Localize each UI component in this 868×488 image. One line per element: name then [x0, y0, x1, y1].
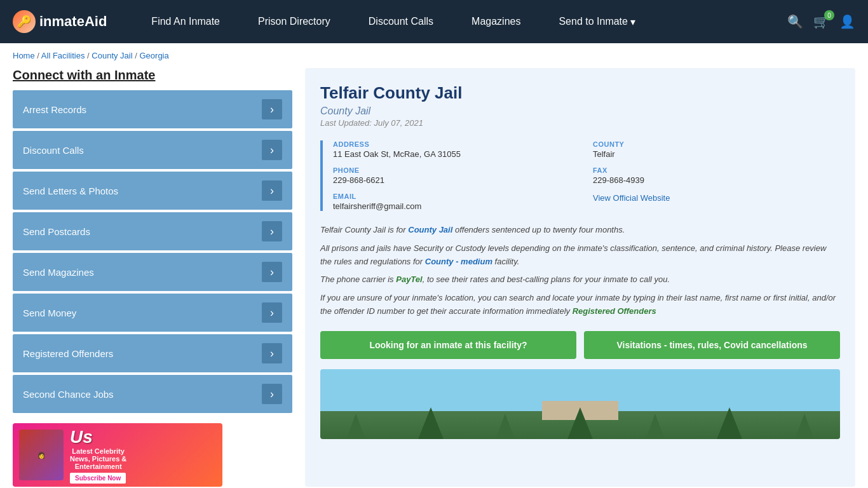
visitations-button[interactable]: Visitations - times, rules, Covid cancel… — [584, 331, 840, 359]
tree-icon — [567, 407, 593, 439]
cart-icon[interactable]: 🛒 0 — [813, 14, 829, 29]
breadcrumb-county-jail[interactable]: County Jail — [92, 51, 132, 60]
ad-subscribe-button[interactable]: Subscribe Now — [70, 473, 126, 484]
email-label: EMAIL — [333, 193, 580, 200]
desc-paragraph-4: If you are unsure of your inmate's locat… — [320, 292, 840, 318]
cart-badge: 0 — [824, 10, 834, 20]
nav-find-inmate[interactable]: Find An Inmate — [132, 0, 239, 43]
facility-title: Telfair County Jail — [320, 83, 840, 103]
sidebar-arrow-icon: › — [262, 343, 282, 363]
email-block: EMAIL telfairsheriff@gmail.com — [333, 193, 580, 211]
ad-image: 👩 — [19, 430, 64, 480]
address-block: ADDRESS 11 East Oak St, McRae, GA 31055 — [333, 140, 580, 159]
desc-paragraph-1: Telfair County Jail is for County Jail o… — [320, 224, 840, 237]
facility-type: County Jail — [320, 105, 840, 117]
site-header: 🔑 inmateAid Find An Inmate Prison Direct… — [0, 0, 868, 43]
ad-logo: Us — [70, 427, 126, 447]
nav-prison-directory[interactable]: Prison Directory — [239, 0, 349, 43]
sidebar-arrow-icon: › — [262, 180, 282, 201]
content-area: Connect with an Inmate Arrest Records › … — [0, 68, 868, 488]
tree-icon — [418, 407, 444, 439]
phone-value: 229-868-6621 — [333, 175, 580, 185]
sidebar-arrow-icon: › — [262, 302, 282, 323]
fax-label: FAX — [593, 166, 840, 174]
tree-icon — [496, 414, 515, 439]
logo[interactable]: 🔑 inmateAid — [13, 10, 107, 33]
logo-icon: 🔑 — [13, 10, 36, 33]
email-value: telfairsheriff@gmail.com — [333, 201, 580, 211]
sidebar-arrow-icon: › — [262, 99, 282, 119]
paytel-link[interactable]: PayTel — [396, 274, 422, 284]
website-block: View Official Website — [593, 193, 840, 211]
ad-content: Us Latest CelebrityNews, Pictures &Enter… — [70, 427, 126, 484]
main-nav: Find An Inmate Prison Directory Discount… — [132, 0, 787, 43]
fax-block: FAX 229-868-4939 — [593, 166, 840, 185]
search-icon[interactable]: 🔍 — [787, 14, 803, 29]
sidebar-item-send-magazines[interactable]: Send Magazines › — [13, 253, 292, 291]
fax-value: 229-868-4939 — [593, 175, 840, 185]
sidebar-menu: Arrest Records › Discount Calls › Send L… — [13, 90, 292, 413]
county-block: COUNTY Telfair — [593, 140, 840, 159]
tree-icon — [795, 414, 814, 439]
sidebar-arrow-icon: › — [262, 384, 282, 404]
nav-magazines[interactable]: Magazines — [452, 0, 539, 43]
registered-offenders-link[interactable]: Registered Offenders — [573, 306, 656, 316]
facility-updated: Last Updated: July 07, 2021 — [320, 118, 840, 128]
sidebar-title: Connect with an Inmate — [13, 68, 292, 83]
tree-icon — [717, 407, 742, 439]
sidebar-item-send-letters[interactable]: Send Letters & Photos › — [13, 172, 292, 210]
user-icon[interactable]: 👤 — [839, 14, 855, 29]
sidebar-arrow-icon: › — [262, 221, 282, 241]
sidebar-item-send-money[interactable]: Send Money › — [13, 294, 292, 332]
sidebar-advertisement[interactable]: 👩 Us Latest CelebrityNews, Pictures &Ent… — [13, 423, 222, 487]
trees-decoration — [320, 407, 840, 439]
breadcrumb: Home / All Facilities / County Jail / Ge… — [0, 43, 868, 68]
tree-icon — [646, 414, 665, 439]
nav-discount-calls[interactable]: Discount Calls — [349, 0, 452, 43]
phone-block: PHONE 229-868-6621 — [333, 166, 580, 185]
facility-info-grid: ADDRESS 11 East Oak St, McRae, GA 31055 … — [320, 140, 840, 211]
breadcrumb-all-facilities[interactable]: All Facilities — [41, 51, 85, 60]
address-value: 11 East Oak St, McRae, GA 31055 — [333, 149, 580, 159]
breadcrumb-georgia[interactable]: Georgia — [139, 51, 168, 60]
header-icons: 🔍 🛒 0 👤 — [787, 14, 855, 29]
official-website-link[interactable]: View Official Website — [593, 193, 670, 203]
sidebar-item-registered-offenders[interactable]: Registered Offenders › — [13, 334, 292, 372]
sidebar: Connect with an Inmate Arrest Records › … — [13, 68, 292, 487]
address-label: ADDRESS — [333, 140, 580, 148]
sidebar-item-second-chance-jobs[interactable]: Second Chance Jobs › — [13, 375, 292, 413]
county-value: Telfair — [593, 149, 840, 159]
ad-text: Latest CelebrityNews, Pictures &Entertai… — [70, 447, 126, 470]
tree-icon — [346, 414, 365, 439]
county-medium-link[interactable]: County - medium — [425, 257, 492, 266]
facility-image — [320, 369, 840, 439]
desc-paragraph-2: All prisons and jails have Security or C… — [320, 242, 840, 269]
nav-send-to-inmate[interactable]: Send to Inmate ▾ — [539, 0, 654, 43]
sidebar-arrow-icon: › — [262, 262, 282, 282]
logo-text: inmateAid — [39, 13, 107, 30]
nav-send-to-inmate-label: Send to Inmate ▾ — [559, 16, 635, 28]
find-inmate-button[interactable]: Looking for an inmate at this facility? — [320, 331, 576, 359]
sidebar-arrow-icon: › — [262, 140, 282, 160]
county-jail-link[interactable]: County Jail — [408, 225, 452, 234]
facility-panel: Telfair County Jail County Jail Last Upd… — [305, 68, 855, 487]
phone-label: PHONE — [333, 166, 580, 174]
sidebar-item-discount-calls[interactable]: Discount Calls › — [13, 131, 292, 169]
breadcrumb-home[interactable]: Home — [13, 51, 35, 60]
sidebar-item-send-postcards[interactable]: Send Postcards › — [13, 212, 292, 250]
county-label: COUNTY — [593, 140, 840, 148]
desc-paragraph-3: The phone carrier is PayTel, to see thei… — [320, 273, 840, 287]
sidebar-item-arrest-records[interactable]: Arrest Records › — [13, 90, 292, 128]
dropdown-arrow-icon: ▾ — [630, 16, 635, 28]
action-buttons: Looking for an inmate at this facility? … — [320, 331, 840, 359]
